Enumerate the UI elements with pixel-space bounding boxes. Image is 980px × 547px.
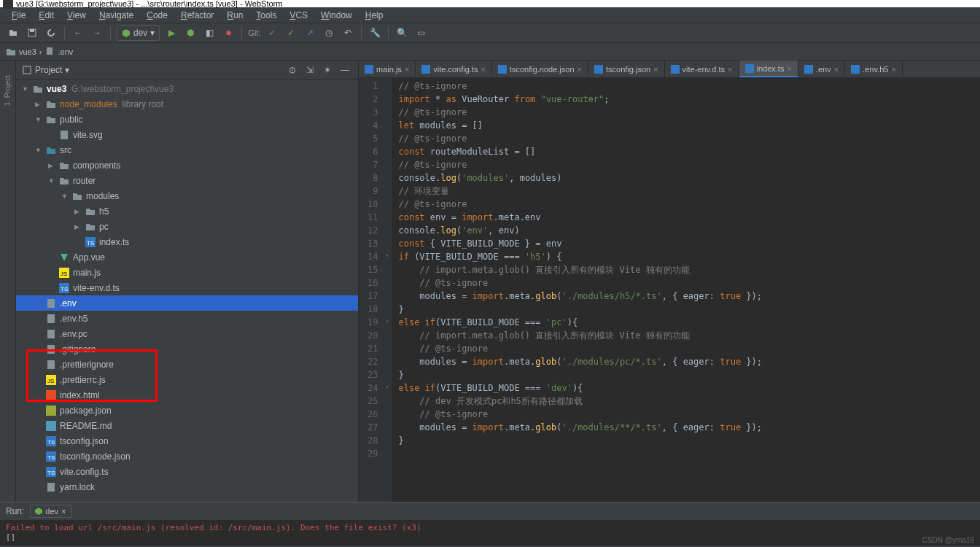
svg-rect-3 [47, 47, 52, 55]
separator [241, 26, 242, 39]
tree-item-modules[interactable]: ▼modules [16, 188, 358, 203]
tree-item-index-html[interactable]: index.html [16, 387, 358, 403]
tree-item--env[interactable]: .env [16, 295, 358, 311]
tree-item-README-md[interactable]: README.md [16, 418, 358, 433]
project-tool-button[interactable]: 1: Project [4, 75, 12, 106]
menu-code[interactable]: Code [141, 9, 174, 22]
tab-vite-config-ts[interactable]: vite.config.ts× [416, 61, 492, 77]
tree-root[interactable]: ▼vue3 G:\webstorm_project\vue3 [16, 81, 358, 96]
tree-item-router[interactable]: ▼router [16, 173, 358, 188]
tab-vite-env-d-ts[interactable]: vite-env.d.ts× [665, 61, 739, 77]
close-icon[interactable]: × [787, 64, 791, 73]
run-tab[interactable]: dev × [30, 505, 71, 518]
menu-edit[interactable]: Edit [33, 9, 60, 22]
menu-file[interactable]: File [6, 9, 31, 22]
tree-item-pc[interactable]: ▶pc [16, 219, 358, 234]
close-icon[interactable]: × [834, 65, 839, 74]
tree-item-src[interactable]: ▼src [16, 142, 358, 158]
save-icon[interactable] [25, 26, 39, 40]
breadcrumb-item[interactable]: .env [58, 47, 74, 56]
menu-refactor[interactable]: Refactor [175, 9, 219, 22]
menu-window[interactable]: Window [315, 9, 358, 22]
output-prompt: [] [6, 532, 974, 542]
run-configuration-selector[interactable]: dev ▾ [117, 25, 160, 41]
stop-icon[interactable]: ■ [221, 26, 236, 40]
push-icon[interactable]: ↗ [303, 26, 317, 40]
structure-icon[interactable]: ▭ [413, 26, 428, 40]
update-icon[interactable]: ✓ [284, 26, 298, 40]
run-output[interactable]: Failed to load url /src/main.js (resolve… [0, 520, 980, 546]
tree-item-package-json[interactable]: package.json [16, 403, 358, 418]
collapse-icon[interactable]: ✶ [320, 63, 335, 77]
app-icon [3, 0, 13, 9]
menu-navigate[interactable]: Navigate [93, 9, 139, 22]
tab--env[interactable]: .env× [798, 61, 845, 77]
tree-item-node_modules[interactable]: ▶node_modules library root [16, 96, 358, 112]
close-icon[interactable]: × [481, 65, 485, 74]
output-line: Failed to load url /src/main.js (resolve… [6, 523, 974, 532]
tree-item--prettierignore[interactable]: .prettierignore [16, 357, 358, 372]
tree-item-vite-env-d-ts[interactable]: TSvite-env.d.ts [16, 280, 358, 295]
tree-item-index-ts[interactable]: TSindex.ts [16, 234, 358, 249]
run-icon[interactable]: ▶ [164, 26, 179, 40]
tree-item-main-js[interactable]: JSmain.js [16, 265, 358, 280]
debug-icon[interactable]: ⬢ [183, 26, 198, 40]
svg-rect-36 [804, 65, 813, 74]
project-tree[interactable]: ▼vue3 G:\webstorm_project\vue3▶node_modu… [16, 79, 358, 502]
rollback-icon[interactable]: ↶ [341, 26, 355, 40]
svg-text:TS: TS [87, 240, 94, 247]
refresh-icon[interactable] [44, 26, 58, 40]
chevron-down-icon: ▾ [150, 28, 155, 38]
close-icon[interactable]: × [891, 65, 895, 74]
close-icon[interactable]: × [578, 65, 582, 74]
tree-item-yarn-lock[interactable]: yarn.lock [16, 479, 358, 494]
locate-icon[interactable]: ⊙ [285, 63, 300, 77]
chevron-down-icon[interactable]: ▾ [65, 65, 69, 75]
tab--env-h5[interactable]: .env.h5× [845, 61, 903, 77]
menu-view[interactable]: View [61, 9, 92, 22]
svg-rect-31 [421, 65, 430, 74]
back-icon[interactable]: ← [71, 26, 85, 40]
history-icon[interactable]: ◷ [322, 26, 336, 40]
tree-item-h5[interactable]: ▶h5 [16, 203, 358, 219]
folder-icon [6, 47, 16, 57]
tree-item--env-pc[interactable]: .env.pc [16, 326, 358, 341]
tree-item-tsconfig-node-json[interactable]: TStsconfig.node.json [16, 449, 358, 464]
commit-icon[interactable]: ✓ [265, 26, 279, 40]
code-area[interactable]: // @ts-ignoreimport * as VueRouter from … [392, 78, 980, 502]
tree-item--env-h5[interactable]: .env.h5 [16, 311, 358, 326]
tree-item--prettierrc-js[interactable]: JS.prettierrc.js [16, 372, 358, 387]
tree-item--gitignore[interactable]: .gitignore [16, 341, 358, 357]
tree-item-vite-config-ts[interactable]: TSvite.config.ts [16, 464, 358, 479]
open-icon[interactable] [6, 26, 20, 40]
coverage-icon[interactable]: ◧ [202, 26, 217, 40]
close-icon[interactable]: × [653, 65, 658, 74]
tab-tsconfig-json[interactable]: tsconfig.json× [588, 61, 665, 77]
menu-help[interactable]: Help [359, 9, 389, 22]
tree-item-vite-svg[interactable]: vite.svg [16, 127, 358, 142]
tree-item-public[interactable]: ▼public [16, 112, 358, 127]
editor-body[interactable]: 1234567891011121314151617181920212223242… [359, 78, 980, 502]
tab-index-ts[interactable]: index.ts× [739, 61, 798, 77]
menu-tools[interactable]: Tools [250, 9, 282, 22]
search-icon[interactable]: 🔍 [394, 26, 409, 40]
svg-marker-38 [35, 508, 42, 515]
svg-rect-14 [47, 314, 55, 323]
forward-icon[interactable]: → [90, 26, 104, 40]
run-label: Run: [6, 506, 24, 516]
close-icon[interactable]: × [405, 65, 409, 74]
expand-icon[interactable]: ⇲ [303, 63, 317, 77]
settings-icon[interactable]: 🔧 [368, 26, 382, 40]
menu-run[interactable]: Run [221, 9, 249, 22]
close-icon[interactable]: × [61, 507, 66, 516]
breadcrumb-item[interactable]: vue3 [19, 47, 36, 56]
tab-main-js[interactable]: main.js× [359, 61, 416, 77]
tree-item-components[interactable]: ▶components [16, 158, 358, 173]
tree-item-tsconfig-json[interactable]: TStsconfig.json [16, 433, 358, 449]
menu-vcs[interactable]: VCS [284, 9, 314, 22]
hide-icon[interactable]: — [338, 63, 352, 77]
close-icon[interactable]: × [728, 65, 732, 74]
tab-tsconfig-node-json[interactable]: tsconfig.node.json× [492, 61, 588, 77]
svg-rect-32 [498, 65, 507, 74]
tree-item-App-vue[interactable]: App.vue [16, 249, 358, 265]
